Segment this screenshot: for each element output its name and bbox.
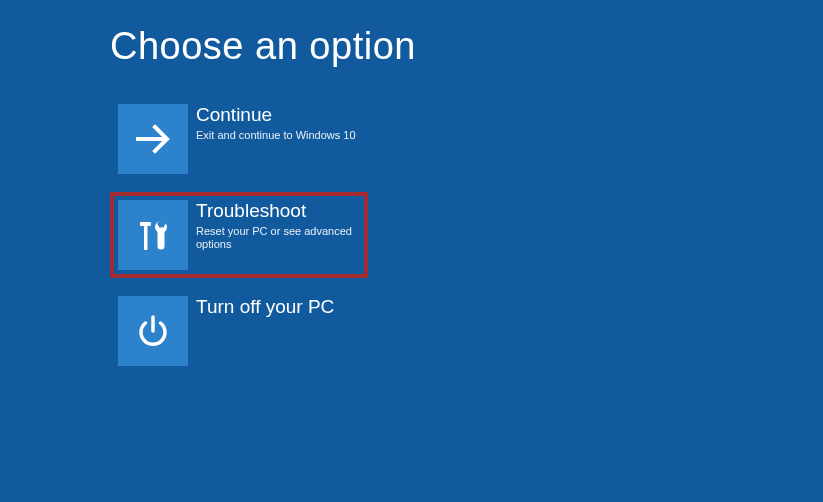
continue-title: Continue [196,104,356,127]
page-title: Choose an option [110,25,823,68]
svg-rect-2 [140,222,151,226]
power-icon [118,296,188,366]
svg-rect-1 [144,226,148,250]
troubleshoot-option[interactable]: Troubleshoot Reset your PC or see advanc… [110,192,368,278]
troubleshoot-title: Troubleshoot [196,200,360,223]
turnoff-title: Turn off your PC [196,296,334,319]
continue-option[interactable]: Continue Exit and continue to Windows 10 [110,96,368,182]
arrow-right-icon [118,104,188,174]
troubleshoot-desc: Reset your PC or see advanced options [196,225,360,251]
tools-icon [118,200,188,270]
turnoff-option[interactable]: Turn off your PC [110,288,368,374]
continue-desc: Exit and continue to Windows 10 [196,129,356,142]
